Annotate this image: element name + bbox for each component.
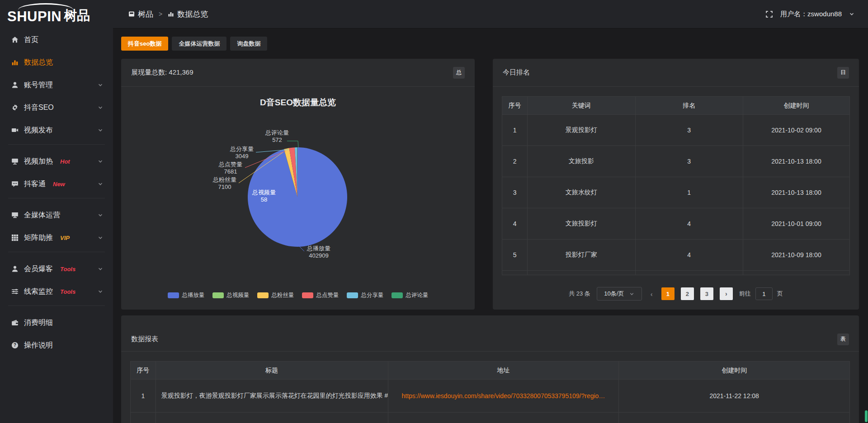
legend-item[interactable]: 总点赞量	[302, 291, 339, 299]
sidebar-item-media-ops[interactable]: 全媒体运营	[0, 204, 113, 226]
table-cell: 文旅水纹灯	[528, 177, 635, 208]
chat-icon	[11, 180, 19, 188]
tabs: 抖音seo数据全媒体运营数据询盘数据	[121, 37, 859, 51]
chevron-down-icon	[98, 289, 103, 294]
sidebar-item-video-heat[interactable]: 视频加热Hot	[0, 150, 113, 173]
sidebar-item-matrix-boost[interactable]: 矩阵助推VIP	[0, 226, 113, 249]
table-cell	[743, 271, 849, 275]
table-header-row: 序号标题地址创建时间	[131, 362, 850, 380]
grid-icon	[11, 234, 19, 241]
sidebar-item-label: 视频发布	[24, 126, 53, 135]
page-button-3[interactable]: 3	[700, 287, 713, 300]
column-header: 地址	[388, 362, 619, 380]
table-row: 1景观投影灯，夜游景观投影灯厂家展示展示落花灯在花园里的灯光投影应用效果 #ht…	[131, 380, 850, 413]
column-header: 序号	[502, 97, 528, 115]
report-table: 序号标题地址创建时间1景观投影灯，夜游景观投影灯厂家展示展示落花灯在花园里的灯光…	[130, 361, 850, 423]
page-size-value: 10条/页	[604, 290, 624, 298]
scrollbar-thumb[interactable]	[865, 410, 868, 422]
tab-inquiry-data[interactable]: 询盘数据	[230, 37, 267, 51]
svg-text:?: ?	[14, 343, 16, 348]
sidebar-item-label: 抖音SEO	[24, 103, 54, 113]
sidebar-item-label: 视频加热	[24, 157, 53, 166]
sidebar-item-member-baoke[interactable]: 会员爆客Tools	[0, 258, 113, 280]
pie-chart[interactable]	[121, 59, 475, 310]
table-cell: 4	[635, 240, 743, 271]
legend-item[interactable]: 总播放量	[168, 291, 205, 299]
table-cell: 景观投影灯，夜游景观投影灯厂家展示展示落花灯在花园里的灯光投影应用效果 #	[156, 380, 388, 413]
bar-chart-icon	[11, 59, 19, 66]
table-row: 2文旅投影32021-10-13 18:00	[502, 146, 850, 177]
page-button-1[interactable]: 1	[661, 287, 675, 300]
sidebar-item-data-overview[interactable]: 数据总览	[0, 51, 113, 74]
sidebar-item-leads-monitor[interactable]: 线索监控Tools	[0, 280, 113, 303]
sidebar-menu: 首页数据总览账号管理抖音SEO视频发布视频加热Hot抖客通New全媒体运营矩阵助…	[0, 28, 113, 357]
breadcrumb-separator: >	[159, 10, 162, 18]
sidebar-item-label: 矩阵助推	[24, 233, 53, 243]
sidebar-item-help[interactable]: ?操作说明	[0, 334, 113, 357]
sidebar-divider	[8, 198, 105, 198]
legend-swatch	[392, 292, 403, 298]
column-header: 关键词	[528, 97, 635, 115]
legend-item[interactable]: 总视频量	[212, 291, 250, 299]
user-area: 用户名：zswodun88	[765, 10, 854, 19]
ranking-panel: 今日排名 日 序号关键词排名创建时间1景观投影灯32021-10-02 09:0…	[493, 59, 859, 310]
next-page-button[interactable]: ›	[720, 287, 733, 300]
table-cell: 文旅投影	[528, 146, 635, 177]
legend-item[interactable]: 总分享量	[347, 291, 384, 299]
sidebar-item-home[interactable]: 首页	[0, 28, 113, 51]
table-row-partial	[131, 413, 850, 423]
table-row: 5投影灯厂家42021-10-09 18:00	[502, 240, 850, 271]
chevron-down-icon[interactable]	[849, 11, 854, 17]
username[interactable]: 用户名：zswodun88	[780, 10, 842, 19]
legend-item[interactable]: 总粉丝量	[257, 291, 294, 299]
sidebar-item-doukatong[interactable]: 抖客通New	[0, 173, 113, 195]
monitor-icon	[11, 212, 19, 219]
table-cell: 2021-10-02 09:00	[743, 115, 849, 146]
table-cell: 投影灯厂家	[528, 240, 635, 271]
column-header: 标题	[156, 362, 388, 380]
page-size-select[interactable]: 10条/页	[597, 287, 642, 301]
chevron-down-icon	[98, 181, 103, 187]
link-cell[interactable]: https://www.iesdouyin.com/share/video/70…	[388, 380, 619, 413]
sidebar-item-video-publish[interactable]: 视频发布	[0, 119, 113, 141]
table-cell: 2021-10-09 18:00	[743, 240, 849, 271]
table-cell: 3	[635, 115, 743, 146]
table-cell: 3	[502, 177, 528, 208]
legend-label: 总分享量	[361, 291, 384, 299]
fullscreen-icon[interactable]	[765, 10, 773, 18]
table-view-button[interactable]: 表	[837, 334, 849, 345]
gear-icon	[11, 104, 19, 111]
bar-chart-icon	[168, 11, 174, 17]
table-cell: 4	[635, 208, 743, 240]
home-icon	[11, 36, 19, 43]
sidebar-item-douyin-seo[interactable]: 抖音SEO	[0, 96, 113, 119]
page-button-2[interactable]: 2	[681, 287, 694, 300]
main: 树品 > 数据总览 用户名：zswodun88 抖音seo数据全媒体运营数据询盘…	[113, 0, 868, 423]
breadcrumb-item-current[interactable]: 数据总览	[177, 9, 208, 19]
table-header-row: 序号关键词排名创建时间	[502, 97, 850, 115]
scrollbar[interactable]	[864, 28, 868, 423]
chevron-down-icon	[98, 82, 103, 88]
logo: SHUPIN 树品	[0, 0, 113, 28]
legend-label: 总点赞量	[316, 291, 339, 299]
tab-media-ops-data[interactable]: 全媒体运营数据	[172, 37, 226, 51]
chevron-down-icon	[98, 127, 103, 133]
legend-label: 总粉丝量	[272, 291, 294, 299]
daily-view-button[interactable]: 日	[837, 67, 849, 79]
legend-swatch	[302, 292, 313, 298]
legend-label: 总视频量	[227, 291, 250, 299]
column-header: 排名	[635, 97, 743, 115]
report-panel-title: 数据报表	[131, 335, 158, 343]
goto-page-input[interactable]	[755, 287, 773, 300]
ranking-panel-title: 今日排名	[503, 68, 530, 77]
column-header: 序号	[131, 362, 156, 380]
legend-item[interactable]: 总评论量	[392, 291, 429, 299]
breadcrumb-item-root[interactable]: 树品	[138, 9, 153, 19]
table-cell: 景观投影灯	[528, 115, 635, 146]
sidebar-item-account-manage[interactable]: 账号管理	[0, 74, 113, 96]
table-cell	[388, 413, 619, 423]
prev-page-button[interactable]: ‹	[648, 290, 655, 298]
table-cell	[619, 413, 850, 423]
tab-douyin-seo-data[interactable]: 抖音seo数据	[121, 37, 168, 51]
sidebar-item-expense-detail[interactable]: 消费明细	[0, 311, 113, 334]
